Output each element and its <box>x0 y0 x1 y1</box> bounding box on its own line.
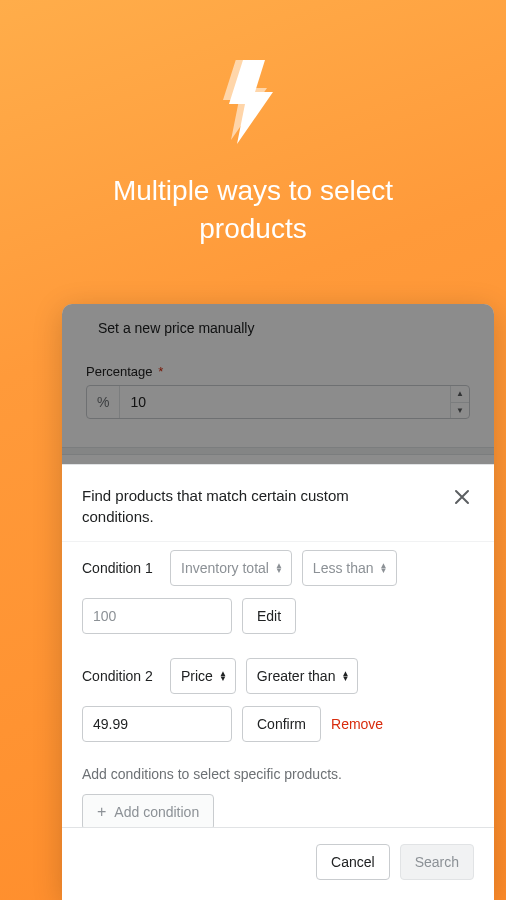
condition-2-group: Condition 2 Price ▲▼ Greater than ▲▼ 49.… <box>82 658 474 742</box>
edit-button[interactable]: Edit <box>242 598 296 634</box>
condition-1-operator-select[interactable]: Less than ▲▼ <box>302 550 397 586</box>
hero-title: Multiple ways to select products <box>0 172 506 248</box>
section-divider <box>62 447 494 455</box>
condition-2-label: Condition 2 <box>82 668 160 684</box>
percentage-input[interactable]: % 10 ▲ ▼ <box>86 385 470 419</box>
condition-2-operator-select[interactable]: Greater than ▲▼ <box>246 658 359 694</box>
modal-header: Find products that match certain custom … <box>62 465 494 541</box>
confirm-button[interactable]: Confirm <box>242 706 321 742</box>
close-button[interactable] <box>450 485 474 512</box>
select-arrows-icon: ▲▼ <box>219 671 227 681</box>
step-up-icon[interactable]: ▲ <box>451 386 469 403</box>
close-icon <box>452 487 472 507</box>
set-price-option: Set a new price manually <box>98 320 470 336</box>
app-card: Set a new price manually Percentage * % … <box>62 304 494 900</box>
number-stepper[interactable]: ▲ ▼ <box>450 386 469 418</box>
modal-footer: Cancel Search <box>62 828 494 900</box>
condition-2-value-input[interactable]: 49.99 <box>82 706 232 742</box>
condition-1-label: Condition 1 <box>82 560 160 576</box>
condition-1-value-input[interactable]: 100 <box>82 598 232 634</box>
conditions-hint: Add conditions to select specific produc… <box>82 766 474 782</box>
percent-prefix: % <box>87 386 120 418</box>
lightning-bolt-icon <box>221 60 285 144</box>
plus-icon: + <box>97 804 106 820</box>
search-button[interactable]: Search <box>400 844 474 880</box>
modal-title: Find products that match certain custom … <box>82 485 396 527</box>
percentage-value: 10 <box>120 394 450 410</box>
select-arrows-icon: ▲▼ <box>380 563 388 573</box>
condition-2-field-select[interactable]: Price ▲▼ <box>170 658 236 694</box>
hero-section: Multiple ways to select products <box>0 0 506 248</box>
cancel-button[interactable]: Cancel <box>316 844 390 880</box>
add-condition-button[interactable]: + Add condition <box>82 794 214 828</box>
step-down-icon[interactable]: ▼ <box>451 403 469 419</box>
percentage-label: Percentage * <box>86 364 470 379</box>
condition-1-field-select[interactable]: Inventory total ▲▼ <box>170 550 292 586</box>
condition-1-group: Condition 1 Inventory total ▲▼ Less than… <box>82 550 474 634</box>
modal-body: Condition 1 Inventory total ▲▼ Less than… <box>62 541 494 828</box>
select-arrows-icon: ▲▼ <box>275 563 283 573</box>
remove-button[interactable]: Remove <box>331 716 383 732</box>
conditions-modal: Find products that match certain custom … <box>62 464 494 900</box>
select-arrows-icon: ▲▼ <box>341 671 349 681</box>
